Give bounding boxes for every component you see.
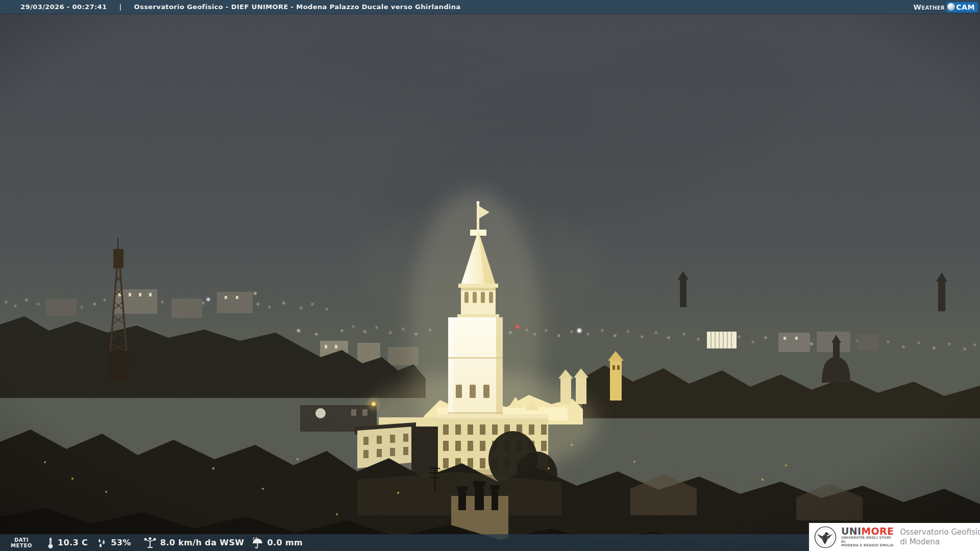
- vignette: [0, 0, 980, 551]
- webcam-title: Osservatorio Geofisico - DIEF UNIMORE - …: [134, 3, 461, 11]
- separator: |: [119, 3, 121, 11]
- unimore-subtitle-line2: MODENA E REGGIO EMILIA: [841, 544, 894, 548]
- observatory-name: Osservatorio Geofisico di Modena: [900, 528, 980, 547]
- observatory-line2: di Modena: [900, 537, 980, 547]
- humidity-reading: 53%: [96, 537, 131, 548]
- wind-vane-icon: [143, 537, 157, 549]
- unimore-logo[interactable]: UNIMORE UNIVERSITÀ DEGLI STUDI DI MODENA…: [809, 523, 980, 551]
- rain-reading: 0.0 mm: [251, 537, 303, 549]
- weathercam-weather-text: Weather: [913, 3, 945, 11]
- globe-icon: [947, 3, 955, 11]
- dati-meteo-label: DATI METEO: [9, 537, 34, 548]
- dati-meteo-line2: METEO: [9, 543, 34, 548]
- unimore-name: UNIMORE: [841, 526, 894, 536]
- weathercam-cam-text: CAM: [956, 3, 975, 11]
- temperature-value: 10.3 C: [58, 538, 88, 547]
- weathercam-logo[interactable]: Weather CAM: [913, 2, 978, 12]
- unimore-brand: UNIMORE UNIVERSITÀ DEGLI STUDI DI MODENA…: [841, 526, 894, 548]
- unimore-name-uni: UNI: [841, 525, 861, 537]
- wind-value: 8.0 km/h da WSW: [160, 538, 244, 547]
- unimore-name-more: MORE: [861, 525, 894, 537]
- umbrella-icon: [251, 537, 263, 549]
- humidity-icon: [96, 537, 107, 548]
- weathercam-cam-badge: CAM: [946, 2, 978, 12]
- unimore-seal-icon: [814, 526, 837, 548]
- rain-value: 0.0 mm: [267, 538, 303, 547]
- timestamp: 29/03/2026 - 00:27:41: [20, 3, 107, 11]
- thermometer-icon: [47, 537, 54, 549]
- title-bar: 29/03/2026 - 00:27:41 | Osservatorio Geo…: [0, 0, 980, 14]
- webcam-photo: [0, 0, 980, 551]
- observatory-line1: Osservatorio Geofisico: [900, 528, 980, 537]
- temperature-reading: 10.3 C: [47, 537, 88, 549]
- unimore-subtitle-line1: UNIVERSITÀ DEGLI STUDI DI: [841, 536, 894, 544]
- wind-reading: 8.0 km/h da WSW: [143, 537, 244, 549]
- humidity-value: 53%: [111, 538, 131, 547]
- webcam-page: 29/03/2026 - 00:27:41 | Osservatorio Geo…: [0, 0, 980, 551]
- dati-meteo-line1: DATI: [9, 537, 34, 543]
